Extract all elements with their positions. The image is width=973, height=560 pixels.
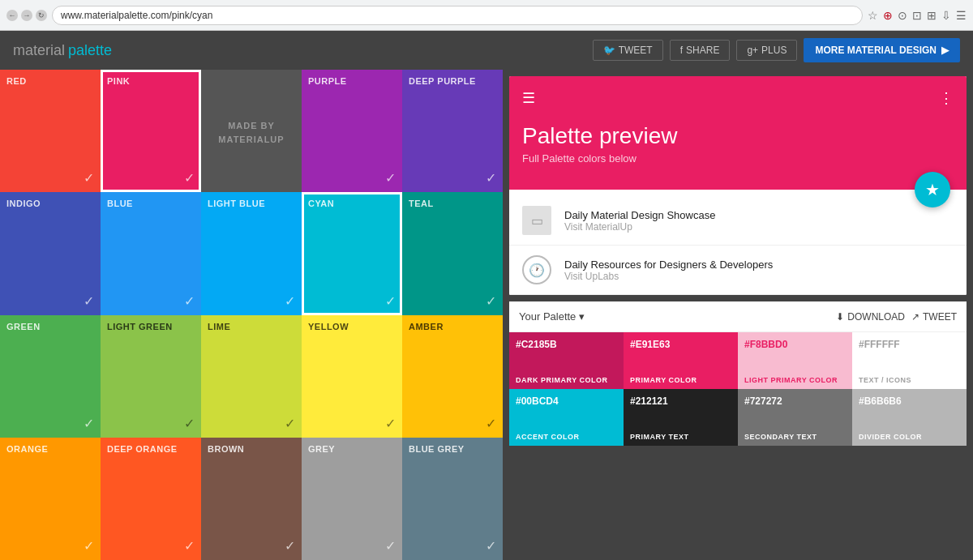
color-cell-yellow[interactable]: YELLOW ✓ <box>302 315 402 438</box>
more-material-button[interactable]: MORE MATERIAL DESIGN ▶ <box>804 38 960 62</box>
star-fab-icon: ★ <box>925 180 940 199</box>
color-cell-deep-orange[interactable]: DEEP ORANGE ✓ <box>101 438 201 560</box>
color-check: ✓ <box>385 416 396 431</box>
color-cell-lime[interactable]: LIME ✓ <box>201 315 302 438</box>
color-check: ✓ <box>84 416 94 431</box>
swatch-label-5: PRIMARY TEXT <box>630 433 731 441</box>
made-by-text: MADE BYMATERIALUP <box>218 119 284 146</box>
back-button[interactable]: ← <box>6 10 18 21</box>
color-name: BLUE GREY <box>409 444 496 454</box>
download-icon: ⬇ <box>836 311 844 323</box>
color-cell-purple[interactable]: PURPLE ✓ <box>302 70 402 192</box>
list-sub-0: Visit MaterialUp <box>564 221 954 233</box>
palette-bar: Your Palette ▾ ⬇ DOWNLOAD ↗ TWEET <box>509 301 967 332</box>
color-cell-blue[interactable]: BLUE ✓ <box>101 192 201 314</box>
color-cell-orange[interactable]: ORANGE ✓ <box>0 438 101 560</box>
your-palette-button[interactable]: Your Palette ▾ <box>519 310 585 323</box>
browser-icons: ☆ ⊕ ⊙ ⊡ ⊞ ⇩ ☰ <box>868 9 967 22</box>
gplus-icon: g+ <box>747 45 758 56</box>
color-check: ✓ <box>84 170 94 186</box>
main-content: RED ✓ PINK ✓ MADE BYMATERIALUP PURPLE ✓ … <box>0 70 973 560</box>
list-item-0[interactable]: ▭ Daily Material Design Showcase Visit M… <box>509 190 967 246</box>
list-title-0: Daily Material Design Showcase <box>564 209 954 221</box>
swatch-hex-0: #C2185B <box>516 339 617 350</box>
color-cell-indigo[interactable]: INDIGO ✓ <box>0 192 101 314</box>
list-sub-1: Visit UpLabs <box>564 271 954 282</box>
more-vert-icon[interactable]: ⋮ <box>939 89 954 107</box>
color-check: ✓ <box>184 538 195 554</box>
logo-material: material <box>13 42 65 59</box>
color-name: TEAL <box>409 199 496 208</box>
swatch-5[interactable]: #212121 PRIMARY TEXT <box>624 389 738 446</box>
color-cell-blue-grey[interactable]: BLUE GREY ✓ <box>402 438 503 560</box>
share-icon: ↗ <box>911 311 919 323</box>
color-cell-made-by[interactable]: MADE BYMATERIALUP <box>201 70 302 192</box>
fab-button[interactable]: ★ <box>915 172 950 207</box>
color-cell-pink[interactable]: PINK ✓ <box>101 70 201 192</box>
palette-actions: ⬇ DOWNLOAD ↗ TWEET <box>836 311 957 323</box>
color-check: ✓ <box>285 538 295 554</box>
swatch-0[interactable]: #C2185B DARK PRIMARY COLOR <box>509 332 624 389</box>
plus-button[interactable]: g+ PLUS <box>736 40 797 61</box>
color-cell-amber[interactable]: AMBER ✓ <box>402 315 503 438</box>
facebook-icon: f <box>680 45 683 56</box>
color-name: AMBER <box>409 322 496 331</box>
pinterest-icon: ⊕ <box>883 9 893 22</box>
color-cell-light-blue[interactable]: LIGHT BLUE ✓ <box>201 192 302 314</box>
color-cell-teal[interactable]: TEAL ✓ <box>402 192 503 314</box>
swatch-2[interactable]: #F8BBD0 LIGHT PRIMARY COLOR <box>738 332 852 389</box>
swatch-3[interactable]: #FFFFFF TEXT / ICONS <box>852 332 967 389</box>
list-item-1[interactable]: 🕐 Daily Resources for Designers & Develo… <box>509 246 967 295</box>
swatch-label-6: SECONDARY TEXT <box>744 433 846 441</box>
color-check: ✓ <box>486 293 496 309</box>
hamburger-icon[interactable]: ☰ <box>522 89 535 107</box>
swatch-7[interactable]: #B6B6B6 DIVIDER COLOR <box>852 389 967 446</box>
color-cell-cyan[interactable]: CYAN ✓ <box>302 192 402 314</box>
color-check: ✓ <box>385 293 396 309</box>
color-cell-green[interactable]: GREEN ✓ <box>0 315 101 438</box>
swatch-6[interactable]: #727272 SECONDARY TEXT <box>738 389 852 446</box>
color-check: ✓ <box>84 293 94 309</box>
swatch-1[interactable]: #E91E63 PRIMARY COLOR <box>624 332 738 389</box>
swatch-4[interactable]: #00BCD4 ACCENT COLOR <box>509 389 624 446</box>
tweet-button[interactable]: 🐦 TWEET <box>593 40 663 61</box>
ext-icon5: ☰ <box>956 9 967 22</box>
logo-palette: palette <box>68 42 112 59</box>
swatch-label-3: TEXT / ICONS <box>859 376 960 384</box>
swatch-label-7: DIVIDER COLOR <box>859 433 960 441</box>
color-name: LIGHT GREEN <box>107 322 195 331</box>
right-panel: ☰ ⋮ Palette preview Full Palette colors … <box>503 70 973 560</box>
color-name: PINK <box>107 76 195 86</box>
ext-icon2: ⊡ <box>912 9 922 22</box>
swatch-hex-6: #727272 <box>744 395 846 407</box>
preview-subtitle: Full Palette colors below <box>522 152 954 165</box>
swatch-hex-3: #FFFFFF <box>859 339 960 350</box>
star-icon[interactable]: ☆ <box>868 9 878 22</box>
swatch-hex-4: #00BCD4 <box>516 395 617 407</box>
twitter-icon: 🐦 <box>603 45 615 56</box>
download-button[interactable]: ⬇ DOWNLOAD <box>836 311 905 323</box>
tweet-palette-button[interactable]: ↗ TWEET <box>911 311 957 323</box>
color-cell-brown[interactable]: BROWN ✓ <box>201 438 302 560</box>
address-bar[interactable]: www.materialpalette.com/pink/cyan <box>52 6 863 25</box>
share-button[interactable]: f SHARE <box>670 40 731 61</box>
color-name: LIGHT BLUE <box>208 199 295 208</box>
forward-button[interactable]: → <box>21 10 32 21</box>
color-cell-light-green[interactable]: LIGHT GREEN ✓ <box>101 315 201 438</box>
color-name: ORANGE <box>6 444 94 454</box>
color-name: INDIGO <box>6 199 94 208</box>
color-name: BLUE <box>107 199 195 208</box>
color-cell-red[interactable]: RED ✓ <box>0 70 101 192</box>
color-check: ✓ <box>385 170 396 186</box>
color-check: ✓ <box>84 538 94 554</box>
preview-header-top: ☰ ⋮ <box>522 89 954 107</box>
color-name: DEEP PURPLE <box>409 76 496 86</box>
color-name: GREY <box>308 444 396 454</box>
refresh-button[interactable]: ↻ <box>36 10 47 21</box>
color-name: DEEP ORANGE <box>107 444 195 454</box>
color-cell-deep-purple[interactable]: DEEP PURPLE ✓ <box>402 70 503 192</box>
color-cell-grey[interactable]: GREY ✓ <box>302 438 402 560</box>
color-check: ✓ <box>385 538 396 554</box>
preview-title: Palette preview <box>522 123 954 149</box>
color-name: PURPLE <box>308 76 396 86</box>
